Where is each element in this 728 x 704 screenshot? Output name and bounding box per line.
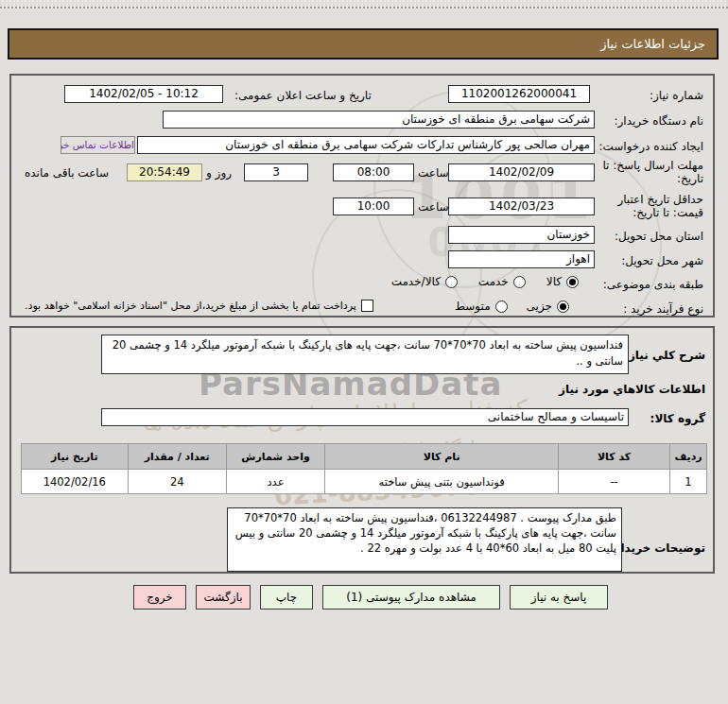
top-dotted-strip xyxy=(0,0,728,9)
goods-group-field[interactable]: تاسیسات و مصالح ساختمانی xyxy=(101,408,629,426)
announce-datetime-field[interactable]: 1402/02/05 - 10:12 xyxy=(64,85,223,103)
treasury-checkbox-row: پرداخت تمام یا بخشی از مبلغ خرید،از محل … xyxy=(25,300,373,312)
need-details-page: 1001 0001 ParsNamadData مرکز فناوری اطلا… xyxy=(0,0,728,704)
treasury-payment-option[interactable]: پرداخت تمام یا بخشی از مبلغ خرید،از محل … xyxy=(25,300,373,312)
action-buttons: پاسخ به نیاز مشاهده مدارک پیوستی (1) چاپ… xyxy=(132,585,608,610)
delivery-province-field[interactable]: خوزستان xyxy=(448,226,595,244)
col-need-date: تاریخ نیاز xyxy=(22,444,128,469)
need-number-label: شماره نیاز: xyxy=(650,89,703,102)
items-section-heading: اطلاعات کالاهاي مورد نیاز xyxy=(559,383,705,396)
general-info-panel: شماره نیاز: 1102001262000041 تاریخ و ساع… xyxy=(9,74,715,318)
category-label: طبقه بندی موضوعی: xyxy=(603,278,703,291)
respond-to-need-button[interactable]: پاسخ به نیاز xyxy=(510,585,608,610)
cell-item-code: -- xyxy=(559,470,669,493)
col-count-unit: واحد شمارش xyxy=(227,444,324,469)
process-option-medium[interactable]: متوسط xyxy=(455,300,508,313)
radio-selected-icon[interactable] xyxy=(557,300,569,313)
price-validity-date-field[interactable]: 1402/03/23 xyxy=(448,197,595,215)
cell-need-date: 1402/02/16 xyxy=(22,470,128,493)
category-radio-group: کالا خدمت کالا/خدمت xyxy=(391,275,579,288)
radio-icon[interactable] xyxy=(513,276,526,288)
goods-table-header-row: ردیف کد کالا نام کالا واحد شمارش تعداد /… xyxy=(22,444,706,469)
goods-table-row: 1 -- فونداسیون بتنی پیش ساخته عدد 24 140… xyxy=(22,470,706,493)
process-option-label: جزیی xyxy=(527,300,552,313)
need-description-panel: شرح کلي نیاز: فنداسیون پیش ساخته به ابعا… xyxy=(9,326,715,574)
deadline-remaining-label: ساعت باقی مانده xyxy=(25,166,109,180)
goods-group-label: گروه کالا: xyxy=(650,412,705,425)
need-description-field[interactable]: فنداسیون پیش ساخته به ابعاد 70*70*70 سان… xyxy=(101,335,629,374)
deadline-days-field[interactable]: 3 xyxy=(244,163,308,181)
deadline-hour-label: ساعت xyxy=(418,166,449,180)
radio-icon[interactable] xyxy=(495,300,508,313)
col-item-code: کد کالا xyxy=(559,444,669,469)
delivery-city-label: شهر محل تحویل: xyxy=(621,254,703,267)
need-description-label: شرح کلي نیاز: xyxy=(624,349,705,362)
category-option-goods-service[interactable]: کالا/خدمت xyxy=(391,275,458,288)
category-option-label: خدمت xyxy=(478,275,509,288)
process-option-minor[interactable]: جزیی xyxy=(527,300,569,313)
page-title: جزئیات اطلاعات نیاز xyxy=(8,28,719,60)
cell-count-unit: عدد xyxy=(227,470,324,493)
need-number-field[interactable]: 1102001262000041 xyxy=(448,85,590,103)
price-validity-hour-label: ساعت xyxy=(418,200,449,214)
category-option-label: کالا/خدمت xyxy=(391,275,441,288)
category-option-service[interactable]: خدمت xyxy=(478,275,526,288)
cell-row-number: 1 xyxy=(670,470,706,493)
view-attachments-button[interactable]: مشاهده مدارک پیوستی (1) xyxy=(322,585,500,610)
buyer-org-label: نام دستگاه خریدار: xyxy=(615,114,704,128)
category-option-goods[interactable]: کالا xyxy=(546,275,579,288)
delivery-province-label: استان محل تحویل: xyxy=(615,230,703,243)
price-validity-hour-field[interactable]: 10:00 xyxy=(333,197,414,215)
process-type-label: نوع فرآیند خرید : xyxy=(623,302,703,316)
radio-icon[interactable] xyxy=(445,276,458,288)
cell-item-name: فونداسیون بتنی پیش ساخته xyxy=(325,470,558,493)
buyer-notes-field[interactable]: طبق مدارک پیوست . 06132244987 ،فنداسیون … xyxy=(227,507,622,572)
category-option-label: کالا xyxy=(546,275,562,288)
col-item-name: نام کالا xyxy=(325,444,558,469)
buyer-org-field[interactable]: شرکت سهامی برق منطقه ای خوزستان xyxy=(163,111,595,129)
process-radio-group: جزیی متوسط xyxy=(455,300,569,313)
deadline-label: مهلت ارسال پاسخ: تا تاریخ: xyxy=(601,159,703,185)
cell-quantity: 24 xyxy=(129,470,226,493)
print-button[interactable]: چاپ xyxy=(260,585,313,610)
deadline-hour-field[interactable]: 08:00 xyxy=(333,163,414,181)
price-validity-label: حداقل تاریخ اعتبار قیمت: تا تاریخ: xyxy=(594,193,703,219)
back-button[interactable]: بازگشت xyxy=(196,585,251,610)
treasury-payment-label: پرداخت تمام یا بخشی از مبلغ خرید،از محل … xyxy=(25,300,356,312)
requester-label: ایجاد کننده درخواست: xyxy=(598,140,703,153)
goods-table: ردیف کد کالا نام کالا واحد شمارش تعداد /… xyxy=(21,443,707,494)
announce-datetime-label: تاریخ و ساعت اعلان عمومی: xyxy=(234,89,372,102)
col-quantity: تعداد / مقدار xyxy=(129,444,226,469)
delivery-city-field[interactable]: اهواز xyxy=(448,250,595,268)
requester-field[interactable]: مهران صالحی پور کارشناس تدارکات شرکت سها… xyxy=(137,136,595,154)
deadline-days-label: روز و xyxy=(206,166,232,180)
process-option-label: متوسط xyxy=(455,300,491,313)
checkbox-icon[interactable] xyxy=(361,300,373,312)
buyer-notes-label: توضیحات خریدار: xyxy=(610,541,705,555)
radio-selected-icon[interactable] xyxy=(566,276,579,288)
col-row-number: ردیف xyxy=(670,444,706,469)
deadline-remaining-timer: 20:54:49 xyxy=(127,163,202,181)
buyer-contact-link[interactable]: اطلاعات تماس خریدار xyxy=(61,136,135,154)
deadline-date-field[interactable]: 1402/02/09 xyxy=(448,163,595,181)
exit-button[interactable]: خروج xyxy=(133,585,186,610)
